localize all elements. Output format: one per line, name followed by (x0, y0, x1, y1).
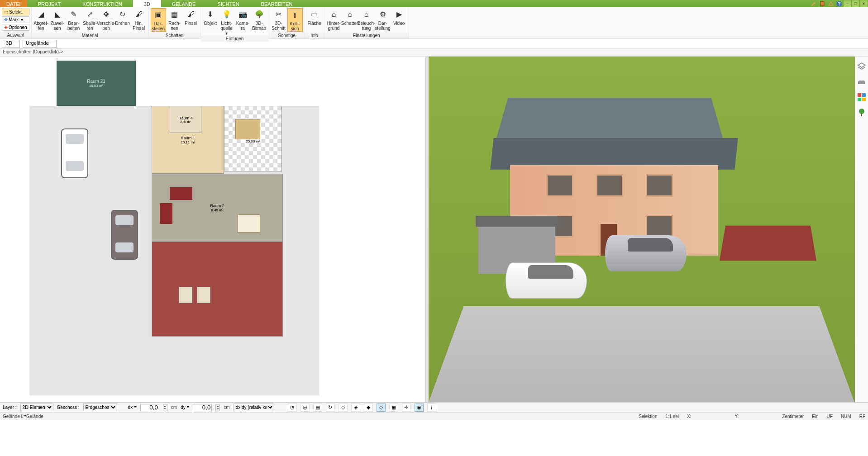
ribbon-group-sonstige: ✂3D-Schnitt⫿Kolli-sion Sonstige (269, 7, 305, 38)
layer-select[interactable]: 2D-Elemen (20, 404, 53, 411)
driveway-3d (429, 306, 854, 402)
dy-spin[interactable]: ▴▾ (215, 404, 220, 411)
group-label-einfuegen: Einfügen (201, 36, 269, 42)
ribbon-tool[interactable]: ◢Abgrei-fen (33, 8, 49, 31)
clock-icon[interactable]: ◔ (288, 404, 297, 412)
info-icon[interactable]: i (427, 404, 436, 412)
room-4[interactable]: Raum 4 2,89 m² (170, 106, 201, 133)
ribbon-group-einstellungen: ⌂Hinter-grund⌂Schatten⌂Beleuch-tung⚙Dar-… (324, 7, 409, 38)
roof-icon[interactable] (827, 0, 834, 7)
optionen-button[interactable]: ✚Optionen (2, 24, 29, 31)
mark-dropdown[interactable]: ✥Mark.▾ (2, 16, 29, 23)
house-3d (483, 88, 736, 260)
properties-hint[interactable]: Eigenschaften (Doppelklick)-> (0, 49, 868, 57)
snap-ring-icon[interactable]: ◉ (415, 404, 424, 412)
status-num: NUM (841, 414, 851, 419)
ribbon-tool[interactable]: ▭Fläche (307, 8, 322, 26)
ribbon-tool[interactable]: 🖌Pinsel (183, 8, 199, 26)
dining-table (235, 119, 260, 139)
palette-icon[interactable] (857, 93, 866, 102)
tab-sichten[interactable]: SICHTEN (206, 0, 250, 7)
maximize-button[interactable]: □ (852, 0, 859, 7)
ribbon-tool[interactable]: ↻Drehen (115, 8, 130, 26)
snap-a-icon[interactable]: ◇ (339, 404, 348, 412)
tab-gelaende[interactable]: GELÄNDE (161, 0, 207, 7)
tree-icon[interactable] (857, 108, 866, 117)
target-icon[interactable]: ◎ (300, 404, 310, 412)
status-ratio: 1:1 sel (665, 414, 678, 419)
dx-input[interactable] (140, 404, 159, 411)
terrain-dropdown[interactable]: Urgelände (23, 40, 57, 48)
ribbon-tool[interactable]: ⌂Hinter-grund (326, 8, 342, 31)
door-icon[interactable] (819, 0, 825, 7)
bottom-toolbar: Layer : 2D-Elemen Geschoss : Erdgeschos … (0, 402, 868, 412)
ribbon-tool[interactable]: ⌂Schatten (343, 8, 358, 26)
selekt-button[interactable]: ▭Selekt. (2, 9, 29, 15)
status-ein: Ein (812, 414, 818, 419)
axes-icon[interactable]: ✛ (402, 404, 411, 412)
group-label-sonstige: Sonstige (269, 33, 305, 38)
car-white-2d (61, 128, 88, 178)
terrace[interactable] (152, 242, 283, 337)
ribbon-tool[interactable]: 📷Kame-ra (235, 8, 251, 31)
dx-spin[interactable]: ▴▾ (163, 404, 167, 411)
geschoss-select[interactable]: Erdgeschos (83, 404, 117, 411)
ribbon-tool[interactable]: ▶Video (391, 8, 407, 26)
ribbon-tool[interactable]: ⤢Skalie-ren (82, 8, 98, 31)
snap-d-icon[interactable]: ◇ (377, 404, 386, 412)
ribbon-tool[interactable]: ✥Verschie-ben (99, 8, 114, 31)
minimize-button[interactable]: – (844, 0, 851, 7)
main-split: Raum 21 36,83 m² Raum 1 20,11 m² Raum 4 … (0, 57, 868, 402)
tab-bearbeiten[interactable]: BEARBEITEN (250, 0, 304, 7)
dy-label: dy = (181, 405, 189, 410)
ribbon-tool[interactable]: ▣Dar-stellen (151, 8, 166, 32)
ribbon-tool[interactable]: 🖌Hin.Pinsel (131, 8, 147, 31)
dy-unit: cm (224, 405, 229, 410)
ribbon-tool[interactable]: ✎Bear-beiten (66, 8, 81, 31)
relativ-select[interactable]: dx,dy (relativ ka (234, 404, 274, 411)
lounger-2 (197, 287, 210, 303)
group-label-material: Material (32, 33, 148, 38)
layers-icon[interactable] (857, 62, 866, 71)
ribbon-tool[interactable]: ◣Zuwei-sen (50, 8, 65, 31)
stack-icon[interactable]: ▤ (313, 404, 322, 412)
statusbar: Gelände L=Gelände Selektion 1:1 sel X: Y… (0, 412, 868, 420)
floorplan-canvas[interactable]: Raum 21 36,83 m² Raum 1 20,11 m² Raum 4 … (29, 61, 319, 395)
grid-icon[interactable]: ▦ (389, 404, 398, 412)
ribbon-tool[interactable]: ▤Rech-nen (167, 8, 182, 31)
room-21[interactable]: Raum 21 36,83 m² (57, 61, 136, 106)
ribbon-tool[interactable]: 🌳3D-Bitmap (252, 8, 267, 31)
snap-c-icon[interactable]: ◆ (364, 404, 373, 412)
view-3d[interactable] (429, 57, 854, 402)
svg-rect-11 (861, 114, 862, 116)
svg-rect-9 (862, 98, 866, 101)
geschoss-label: Geschoss : (57, 405, 80, 410)
viewkind-dropdown[interactable]: 3D (3, 40, 20, 48)
ribbon-tool[interactable]: ⫿Kolli-sion (287, 8, 303, 32)
refresh-icon[interactable]: ↻ (326, 404, 335, 412)
dy-input[interactable] (193, 404, 212, 411)
furniture-icon[interactable] (857, 77, 866, 86)
status-x: X: (687, 414, 691, 419)
ribbon-tool[interactable]: ⚙Dar-stellung (375, 8, 391, 31)
close-button[interactable]: × (860, 0, 868, 7)
svg-rect-3 (859, 81, 864, 84)
tab-projekt[interactable]: PROJEKT (27, 0, 72, 7)
view-2d[interactable]: Raum 21 36,83 m² Raum 1 20,11 m² Raum 4 … (0, 57, 426, 402)
status-unit: Zentimeter (782, 414, 804, 419)
tab-datei[interactable]: DATEI (0, 0, 27, 7)
ribbon-tool[interactable]: ⌂Beleuch-tung (359, 8, 374, 31)
group-label-einstellungen: Einstellungen (324, 33, 409, 38)
pencil-icon[interactable] (810, 0, 817, 7)
help-icon[interactable]: ? (836, 0, 843, 7)
snap-b-icon[interactable]: ◈ (351, 404, 360, 412)
ribbon-tool[interactable]: ⬇Objekt (203, 8, 218, 26)
tab-konstruktion[interactable]: KONSTRUKTION (72, 0, 133, 7)
secondary-toolbar: 3D Urgelände (0, 39, 868, 49)
group-label-auswahl: Auswahl (0, 32, 31, 38)
tab-3d[interactable]: 3D (133, 0, 161, 7)
ribbon-tool[interactable]: ✂3D-Schnitt (271, 8, 286, 31)
ribbon-tool[interactable]: 💡Licht-quelle ▾ (219, 8, 234, 36)
status-y: Y: (734, 414, 739, 419)
status-left: Gelände L=Gelände (3, 414, 43, 419)
